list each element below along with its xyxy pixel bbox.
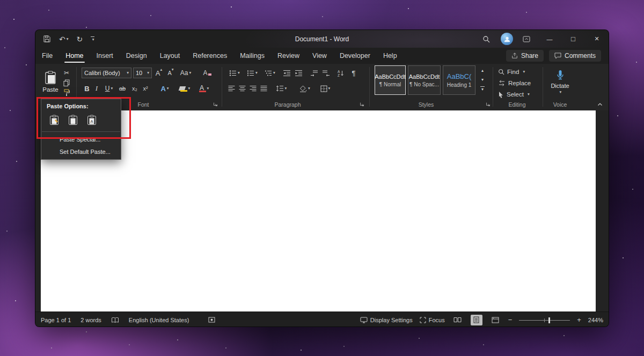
shrink-font-button[interactable]: A▾ bbox=[166, 68, 175, 78]
customize-quick-access-button[interactable]: ▾ bbox=[91, 36, 94, 42]
numbering-button[interactable]: ▾ bbox=[245, 68, 259, 78]
tab-help[interactable]: Help bbox=[377, 48, 404, 64]
print-layout-button[interactable] bbox=[471, 315, 482, 325]
macro-record-icon[interactable] bbox=[208, 317, 215, 323]
zoom-slider[interactable] bbox=[519, 317, 570, 323]
share-icon bbox=[511, 53, 518, 59]
styles-more-button[interactable]: ▾ bbox=[478, 85, 487, 93]
clear-formatting-glyph: A bbox=[203, 69, 207, 77]
undo-button[interactable]: ↶▾ bbox=[59, 35, 69, 43]
underline-button[interactable]: U▾ bbox=[102, 83, 116, 94]
grow-font-button[interactable]: A▴ bbox=[154, 68, 164, 78]
tab-developer[interactable]: Developer bbox=[333, 48, 377, 64]
format-painter-button[interactable] bbox=[62, 87, 71, 98]
language-indicator[interactable]: English (United States) bbox=[129, 317, 189, 323]
document-page[interactable] bbox=[41, 110, 596, 312]
text-effects-button[interactable]: A▾ bbox=[158, 83, 172, 94]
copy-button[interactable] bbox=[62, 77, 71, 88]
tab-file[interactable]: File bbox=[35, 48, 59, 64]
dictate-button[interactable]: Dictate ▾ bbox=[545, 65, 575, 99]
replace-button[interactable]: Replace bbox=[498, 78, 531, 88]
font-color-button[interactable]: A ▾ bbox=[196, 83, 210, 94]
zoom-in-button[interactable]: + bbox=[577, 316, 581, 324]
styles-scroll-up-button[interactable]: ▴ bbox=[478, 66, 487, 74]
bold-button[interactable]: B bbox=[83, 83, 91, 94]
zoom-thumb[interactable] bbox=[548, 317, 550, 323]
merge-formatting-button[interactable] bbox=[65, 113, 80, 127]
collapse-ribbon-button[interactable] bbox=[595, 100, 605, 108]
tab-layout[interactable]: Layout bbox=[153, 48, 187, 64]
shrink-font-glyph: A bbox=[167, 70, 171, 76]
focus-button[interactable]: Focus bbox=[420, 317, 445, 323]
close-button[interactable]: ✕ bbox=[585, 30, 609, 48]
increase-indent-button[interactable] bbox=[294, 68, 303, 78]
comments-button[interactable]: Comments bbox=[549, 50, 601, 62]
zoom-center-tick bbox=[544, 318, 545, 322]
save-icon[interactable] bbox=[43, 35, 51, 43]
set-default-paste-menu-item[interactable]: Set Default Paste... bbox=[41, 145, 121, 158]
select-button[interactable]: Select ▾ bbox=[498, 90, 530, 99]
left-to-right-button[interactable] bbox=[309, 68, 319, 78]
font-dialog-launcher-icon[interactable] bbox=[213, 101, 218, 107]
align-left-button[interactable] bbox=[226, 83, 236, 94]
align-right-button[interactable] bbox=[248, 83, 258, 94]
tab-mailings[interactable]: Mailings bbox=[233, 48, 271, 64]
font-name-combobox[interactable]: Calibri (Body) ▾ bbox=[82, 68, 131, 78]
tab-insert[interactable]: Insert bbox=[90, 48, 120, 64]
borders-button[interactable]: ▾ bbox=[318, 83, 333, 94]
search-icon[interactable] bbox=[482, 35, 490, 43]
styles-scroll-down-button[interactable]: ▾ bbox=[478, 76, 487, 83]
proofing-icon[interactable] bbox=[111, 317, 119, 323]
justify-button[interactable] bbox=[259, 83, 268, 94]
clear-formatting-button[interactable]: A bbox=[202, 68, 213, 78]
redo-button[interactable]: ↻ bbox=[77, 35, 83, 43]
line-spacing-button[interactable]: ▾ bbox=[274, 83, 289, 94]
maximize-button[interactable]: □ bbox=[561, 30, 585, 48]
paste-button[interactable]: Paste bbox=[40, 65, 61, 98]
word-count[interactable]: 2 words bbox=[80, 317, 101, 323]
decrease-indent-button[interactable] bbox=[282, 68, 291, 78]
align-center-button[interactable] bbox=[237, 83, 247, 94]
style-no-spacing[interactable]: AaBbCcDdt ¶ No Spac... bbox=[408, 65, 441, 95]
page-indicator[interactable]: Page 1 of 1 bbox=[41, 317, 71, 323]
tab-references[interactable]: References bbox=[186, 48, 233, 64]
display-settings-button[interactable]: Display Settings bbox=[360, 317, 413, 323]
bullets-button[interactable]: ▾ bbox=[228, 68, 241, 78]
highlight-color-button[interactable]: ▾ bbox=[177, 83, 192, 94]
tab-home[interactable]: Home bbox=[59, 48, 90, 64]
shading-button[interactable]: ▾ bbox=[297, 83, 312, 94]
tab-design[interactable]: Design bbox=[120, 48, 153, 64]
change-case-glyph: Aa bbox=[180, 69, 188, 77]
tab-review[interactable]: Review bbox=[271, 48, 306, 64]
paragraph-dialog-launcher-icon[interactable] bbox=[359, 101, 364, 107]
right-to-left-button[interactable] bbox=[321, 68, 331, 78]
paste-options-menu: Paste Options: A Paste Special... Set De… bbox=[41, 99, 121, 160]
paste-special-menu-item[interactable]: Paste Special... bbox=[41, 133, 121, 145]
show-hide-pilcrow-button[interactable]: ¶ bbox=[349, 68, 358, 78]
change-case-button[interactable]: Aa▾ bbox=[178, 68, 193, 78]
vertical-scrollbar[interactable] bbox=[596, 110, 609, 312]
style-heading-1[interactable]: AaBbC( Heading 1 bbox=[443, 65, 475, 95]
keep-source-formatting-button[interactable] bbox=[47, 113, 62, 127]
share-button[interactable]: Share bbox=[506, 50, 544, 62]
styles-dialog-launcher-icon[interactable] bbox=[485, 101, 491, 107]
multilevel-list-button[interactable]: ▾ bbox=[263, 68, 277, 78]
cut-button[interactable]: ✂ bbox=[62, 68, 71, 78]
subscript-button[interactable]: x₂ bbox=[130, 83, 139, 94]
find-button[interactable]: Find ▾ bbox=[498, 67, 525, 77]
keep-text-only-button[interactable]: A bbox=[84, 113, 99, 127]
avatar[interactable] bbox=[501, 33, 513, 45]
sort-button[interactable]: AZ bbox=[335, 68, 345, 78]
zoom-level[interactable]: 244% bbox=[588, 317, 603, 323]
superscript-button[interactable]: x² bbox=[141, 83, 150, 94]
read-mode-button[interactable] bbox=[452, 315, 464, 325]
font-size-combobox[interactable]: 10 ▾ bbox=[133, 68, 152, 78]
style-normal[interactable]: AaBbCcDdt ¶ Normal bbox=[375, 65, 406, 95]
minimize-button[interactable]: — bbox=[538, 30, 561, 48]
web-layout-button[interactable] bbox=[489, 315, 501, 325]
zoom-out-button[interactable]: − bbox=[508, 316, 513, 324]
italic-button[interactable]: I bbox=[93, 83, 100, 94]
tab-view[interactable]: View bbox=[306, 48, 333, 64]
ribbon-display-options-icon[interactable] bbox=[523, 36, 530, 42]
strikethrough-button[interactable]: ab bbox=[118, 83, 127, 94]
